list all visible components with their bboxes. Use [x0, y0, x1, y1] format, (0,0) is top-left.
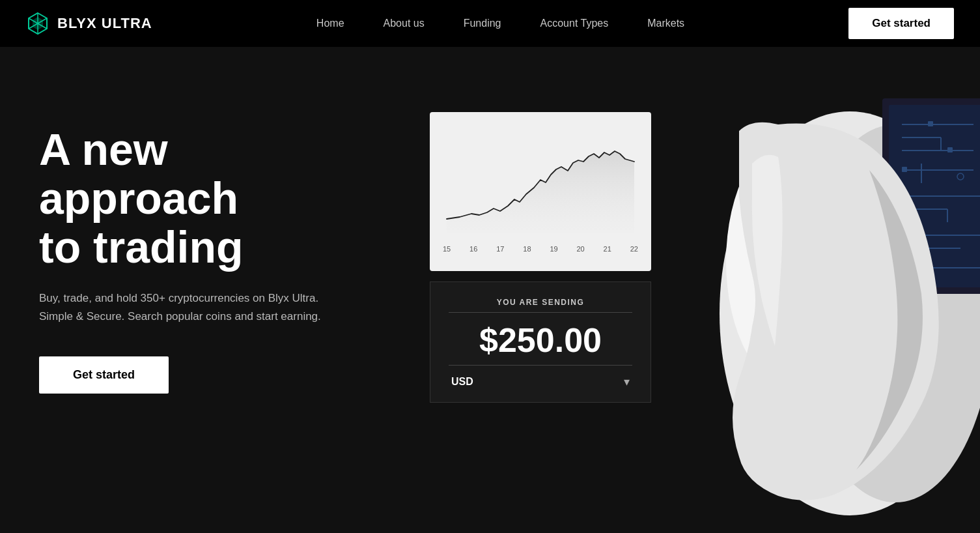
currency-selector[interactable]: USD ▾ — [449, 375, 632, 389]
currency-label: USD — [451, 376, 473, 388]
nav-item-home[interactable]: Home — [316, 18, 344, 29]
trading-chart — [440, 122, 641, 240]
navbar: BLYX ULTRA Home About us Funding Account… — [0, 0, 980, 47]
brand-name: BLYX ULTRA — [57, 15, 152, 32]
chart-card: 15 16 17 18 19 20 21 22 — [430, 112, 651, 271]
sending-divider-top — [449, 312, 632, 313]
svg-rect-19 — [928, 121, 933, 126]
nav-links: Home About us Funding Account Types Mark… — [316, 18, 684, 29]
nav-item-markets[interactable]: Markets — [647, 18, 684, 29]
chevron-down-icon: ▾ — [624, 375, 630, 389]
svg-rect-21 — [902, 167, 907, 172]
sending-label: YOU ARE SENDING — [449, 298, 632, 307]
hero-widgets: 15 16 17 18 19 20 21 22 YOU ARE SENDING … — [417, 47, 664, 533]
sending-widget: YOU ARE SENDING $250.00 USD ▾ — [430, 281, 651, 403]
svg-rect-20 — [947, 147, 953, 152]
hero-content: A new approach to trading Buy, trade, an… — [0, 47, 417, 533]
brand-logo[interactable]: BLYX ULTRA — [26, 12, 152, 35]
nav-item-funding[interactable]: Funding — [464, 18, 501, 29]
hero-headline: A new approach to trading — [39, 125, 378, 271]
logo-icon — [26, 12, 49, 35]
nav-item-about[interactable]: About us — [384, 18, 425, 29]
hero-subtext: Buy, trade, and hold 350+ cryptocurrenci… — [39, 289, 378, 324]
sending-divider-bottom — [449, 365, 632, 366]
nav-item-account-types[interactable]: Account Types — [540, 18, 609, 29]
hero-get-started-button[interactable]: Get started — [39, 356, 169, 394]
chart-x-labels: 15 16 17 18 19 20 21 22 — [440, 245, 641, 253]
sending-amount: $250.00 — [449, 321, 632, 360]
nav-get-started-button[interactable]: Get started — [848, 8, 954, 39]
hero-section: A new approach to trading Buy, trade, an… — [0, 47, 980, 533]
